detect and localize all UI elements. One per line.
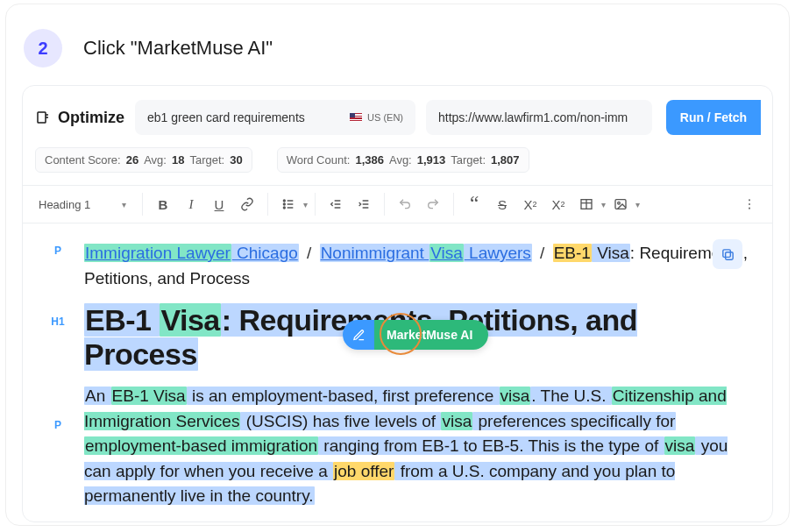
toolbar-separator xyxy=(453,193,454,216)
heading-select[interactable]: Heading 1 ▾ xyxy=(30,198,135,211)
svg-point-19 xyxy=(749,203,750,205)
optimize-panel: Optimize eb1 green card requirements US … xyxy=(22,85,773,522)
svg-rect-21 xyxy=(725,252,733,259)
block-tag-p: P xyxy=(47,384,68,431)
wc-avg-value: 1,913 xyxy=(417,153,446,167)
copy-button[interactable] xyxy=(713,239,742,269)
edit-icon xyxy=(343,320,374,350)
wc-target-label: Target: xyxy=(451,153,486,167)
locale-text: US (EN) xyxy=(367,112,403,123)
cs-label: Content Score: xyxy=(45,153,121,167)
optimize-icon xyxy=(35,110,51,125)
breadcrumb-separator: / xyxy=(540,244,544,262)
run-fetch-button[interactable]: Run / Fetch xyxy=(666,100,761,135)
editor-content[interactable]: P Immigration Lawyer Chicago / Nonimmigr… xyxy=(23,223,772,509)
outdent-button[interactable] xyxy=(323,191,349,217)
editor-row-breadcrumb: P Immigration Lawyer Chicago / Nonimmigr… xyxy=(47,241,748,291)
chevron-down-icon[interactable]: ▾ xyxy=(635,200,640,209)
paragraph-block[interactable]: An EB-1 Visa is an employment-based, fir… xyxy=(84,384,748,509)
flag-us-icon xyxy=(350,113,362,122)
h1-seg-a: EB-1 xyxy=(84,303,160,337)
svg-point-2 xyxy=(283,203,285,205)
underline-button[interactable]: U xyxy=(206,191,232,217)
block-tag-h1: H1 xyxy=(47,303,68,328)
breadcrumb-title-b: Visa xyxy=(592,244,630,262)
indent-button[interactable] xyxy=(351,191,377,217)
undo-button[interactable] xyxy=(392,191,418,217)
breadcrumb-link-2[interactable]: Nonimmigrant Visa Lawyers xyxy=(320,244,532,262)
chevron-down-icon[interactable]: ▾ xyxy=(303,200,308,209)
search-input-value: eb1 green card requirements xyxy=(147,110,305,124)
superscript-button[interactable]: X2 xyxy=(545,191,571,217)
cs-target-value: 30 xyxy=(230,153,242,167)
link-button[interactable] xyxy=(234,191,260,217)
metrics-row: Content Score: 26 Avg: 18 Target: 30 Wor… xyxy=(23,147,772,185)
svg-point-1 xyxy=(283,200,285,202)
marketmuse-ai-label: MarketMuse AI xyxy=(374,320,488,350)
svg-rect-22 xyxy=(722,249,730,257)
svg-point-18 xyxy=(749,199,750,201)
block-tag-p: P xyxy=(47,241,68,257)
top-controls: Optimize eb1 green card requirements US … xyxy=(23,86,772,147)
h1-seg-b: Visa xyxy=(160,303,220,337)
svg-rect-16 xyxy=(615,200,626,209)
quote-button[interactable]: “ xyxy=(461,191,487,217)
optimize-text: Optimize xyxy=(58,109,124,127)
subscript-button[interactable]: X2 xyxy=(517,191,543,217)
wc-label: Word Count: xyxy=(287,153,351,167)
breadcrumb-separator: / xyxy=(307,244,311,262)
wc-avg-label: Avg: xyxy=(389,153,412,167)
word-count-pill: Word Count: 1,386 Avg: 1,913 Target: 1,8… xyxy=(277,147,529,173)
cs-value: 26 xyxy=(126,153,138,167)
toolbar-separator xyxy=(384,193,385,216)
breadcrumb-link-1[interactable]: Immigration Lawyer Chicago xyxy=(84,244,299,262)
url-input[interactable]: https://www.lawfirm1.com/non-imm xyxy=(426,100,652,135)
redo-button[interactable] xyxy=(420,191,446,217)
toolbar-separator xyxy=(315,193,316,216)
table-button[interactable] xyxy=(573,191,600,217)
editor-row-paragraph: P An EB-1 Visa is an employment-based, f… xyxy=(47,384,748,509)
svg-rect-0 xyxy=(38,112,46,123)
chevron-down-icon: ▾ xyxy=(122,200,126,209)
bullet-list-button[interactable] xyxy=(275,191,302,217)
content-score-pill: Content Score: 26 Avg: 18 Target: 30 xyxy=(35,147,252,173)
image-button[interactable] xyxy=(607,191,634,217)
step-header: 2 Click "MarketMuse AI" xyxy=(6,4,789,85)
svg-point-20 xyxy=(749,208,750,209)
step-title: Click "MarketMuse AI" xyxy=(83,37,273,60)
breadcrumb-block[interactable]: Immigration Lawyer Chicago / Nonimmigran… xyxy=(84,241,748,291)
svg-point-3 xyxy=(283,207,285,209)
wc-value: 1,386 xyxy=(355,153,384,167)
cs-avg-label: Avg: xyxy=(144,153,167,167)
toolbar-separator xyxy=(142,193,143,216)
step-number-badge: 2 xyxy=(24,29,62,67)
strikethrough-button[interactable]: S xyxy=(489,191,515,217)
wc-target-value: 1,807 xyxy=(491,153,520,167)
url-input-value: https://www.lawfirm1.com/non-imm xyxy=(438,110,628,124)
bold-button[interactable]: B xyxy=(150,191,176,217)
locale-indicator[interactable]: US (EN) xyxy=(350,112,403,123)
svg-point-17 xyxy=(618,202,621,204)
cs-avg-value: 18 xyxy=(172,153,184,167)
italic-button[interactable]: I xyxy=(178,191,204,217)
heading-select-label: Heading 1 xyxy=(39,198,90,211)
search-input[interactable]: eb1 green card requirements US (EN) xyxy=(135,100,415,135)
marketmuse-ai-button[interactable]: MarketMuse AI xyxy=(343,320,488,350)
toolbar-separator xyxy=(267,193,268,216)
editor-toolbar: Heading 1 ▾ B I U ▾ xyxy=(23,185,772,223)
breadcrumb-title-a: EB-1 xyxy=(553,244,592,262)
chevron-down-icon[interactable]: ▾ xyxy=(601,200,606,209)
more-options-button[interactable] xyxy=(739,191,765,217)
cs-target-label: Target: xyxy=(189,153,224,167)
optimize-label: Optimize xyxy=(35,109,124,127)
step-card: 2 Click "MarketMuse AI" Optimize eb1 gre… xyxy=(5,4,790,526)
